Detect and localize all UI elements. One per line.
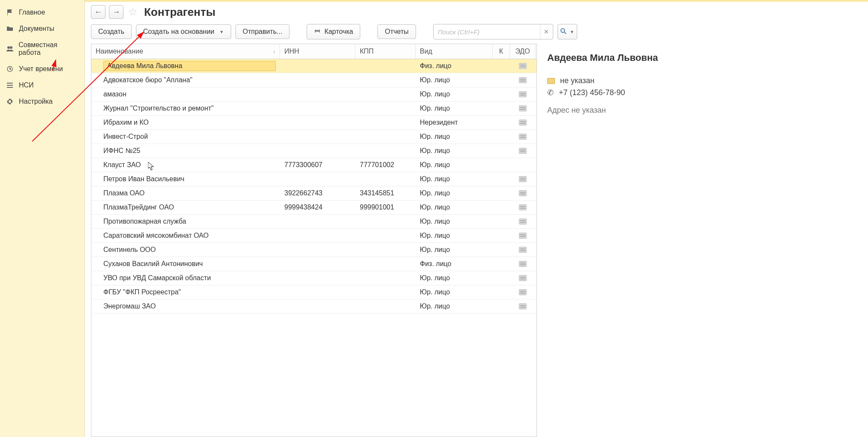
edo-icon — [519, 77, 527, 83]
svg-rect-4 — [7, 85, 13, 86]
table-row[interactable]: Инвест-СтройЮр. лицо — [91, 130, 536, 144]
card-button[interactable]: Карточка — [307, 24, 360, 39]
edo-icon — [519, 275, 527, 281]
main: ← → ☆ Контрагенты Создать Создать на осн… — [85, 0, 868, 437]
cell-edo — [510, 132, 536, 141]
cell-kpp: 343145851 — [356, 188, 416, 199]
table-row[interactable]: Ибрахим и КОНерезидент — [91, 116, 536, 130]
cell-kind: Юр. лицо — [416, 216, 493, 227]
create-button[interactable]: Создать — [91, 24, 132, 39]
search-input[interactable] — [434, 28, 540, 36]
table-row[interactable]: Саратовский мясокомбинат ОАОЮр. лицо — [91, 229, 536, 243]
sidebar-item-label: НСИ — [19, 81, 34, 89]
cell-kind: Юр. лицо — [416, 159, 493, 171]
table-row[interactable]: Суханов Василий АнтониновичФиз. лицо — [91, 257, 536, 271]
sidebar-item-settings[interactable]: Настройка — [0, 93, 84, 110]
table-row[interactable]: Плазма ОАО3922662743343145851Юр. лицо — [91, 186, 536, 201]
table-row[interactable]: Противопожарная службаЮр. лицо — [91, 215, 536, 229]
svg-point-9 — [561, 28, 565, 32]
create-based-on-button[interactable]: Создать на основании▼ — [136, 24, 231, 39]
list-icon — [6, 81, 14, 89]
cell-edo — [510, 302, 536, 311]
cell-name: Адвокатское бюро "Аплана" — [91, 75, 280, 86]
svg-rect-7 — [316, 28, 319, 30]
contractors-table: Наименование↓ ИНН КПП Вид К ЭДО Авдеева … — [91, 44, 537, 437]
cell-inn — [280, 248, 356, 251]
cell-k — [493, 149, 510, 153]
column-name[interactable]: Наименование↓ — [91, 44, 280, 59]
column-inn[interactable]: ИНН — [280, 44, 356, 59]
table-row[interactable]: Журнал "Строительство и ремонт"Юр. лицо — [91, 102, 536, 116]
flag-icon — [6, 9, 14, 16]
cell-k — [493, 290, 510, 294]
table-row[interactable]: Адвокатское бюро "Аплана"Юр. лицо — [91, 73, 536, 87]
chevron-down-icon: ▼ — [570, 30, 574, 34]
cell-k — [493, 78, 510, 82]
search-button[interactable]: ▼ — [558, 24, 577, 39]
edo-icon — [519, 105, 527, 111]
cell-name: Саратовский мясокомбинат ОАО — [91, 230, 280, 241]
cell-k — [493, 177, 510, 181]
cell-name: УВО при УВД Самарской области — [91, 272, 280, 284]
sidebar-item-documents[interactable]: Документы — [0, 21, 84, 37]
edo-icon — [519, 190, 527, 196]
cell-edo — [510, 146, 536, 156]
edo-icon — [519, 233, 527, 239]
send-button[interactable]: Отправить... — [235, 24, 290, 39]
cell-name: Клауст ЗАО — [91, 159, 280, 171]
cell-kpp — [356, 149, 416, 153]
sidebar: Главное Документы Совместная работа Учет… — [0, 0, 85, 437]
printer-icon — [314, 27, 321, 36]
phone-icon — [547, 88, 554, 97]
table-row[interactable]: ИФНС №25Юр. лицо — [91, 144, 536, 158]
cell-inn — [280, 135, 356, 138]
cell-inn — [280, 305, 356, 308]
table-row[interactable]: УВО при УВД Самарской областиЮр. лицо — [91, 271, 536, 285]
cell-kpp — [356, 78, 416, 82]
folder-icon — [6, 25, 14, 33]
table-row[interactable]: Авдеева Мила ЛьвовнаФиз. лицо — [91, 59, 536, 73]
search-icon — [561, 28, 567, 36]
search-box: ✕ — [433, 24, 553, 39]
table-row[interactable]: Клауст ЗАО7773300607777701002Юр. лицо — [91, 158, 536, 172]
cell-inn — [280, 78, 356, 82]
cell-kpp — [356, 234, 416, 237]
favorite-icon[interactable]: ☆ — [127, 6, 139, 18]
cell-inn — [280, 177, 356, 181]
cell-kind: Юр. лицо — [416, 272, 493, 284]
cell-kpp — [356, 177, 416, 181]
cell-inn — [280, 276, 356, 280]
cell-k — [493, 305, 510, 308]
back-button[interactable]: ← — [91, 5, 105, 19]
sidebar-item-nsi[interactable]: НСИ — [0, 77, 84, 93]
sidebar-item-label: Совместная работа — [18, 41, 78, 57]
column-edo[interactable]: ЭДО — [510, 44, 536, 59]
cell-inn: 3922662743 — [280, 188, 356, 199]
cell-edo — [510, 189, 536, 198]
cell-kpp — [356, 107, 416, 110]
reports-button[interactable]: Отчеты — [377, 24, 416, 39]
table-row[interactable]: Петров Иван ВасильевичЮр. лицо — [91, 172, 536, 186]
table-row[interactable]: ФГБУ "ФКП Росреестра"Юр. лицо — [91, 285, 536, 299]
sidebar-item-main[interactable]: Главное — [0, 4, 84, 21]
sidebar-item-collaboration[interactable]: Совместная работа — [0, 37, 84, 61]
cell-kind: Физ. лицо — [416, 258, 493, 269]
table-row[interactable]: Сентинель ОООЮр. лицо — [91, 243, 536, 257]
cell-name: амазон — [91, 89, 280, 100]
column-kpp[interactable]: КПП — [356, 44, 416, 59]
forward-button[interactable]: → — [109, 5, 124, 19]
details-panel: Авдеева Мила Львовна не указан +7 (123) … — [543, 44, 862, 437]
column-k[interactable]: К — [493, 44, 510, 59]
table-row[interactable]: Энергомаш ЗАОЮр. лицо — [91, 299, 536, 314]
details-title: Авдеева Мила Львовна — [547, 52, 862, 63]
table-row[interactable]: амазонЮр. лицо — [91, 87, 536, 102]
sidebar-item-time[interactable]: Учет времени — [0, 61, 84, 77]
search-clear-button[interactable]: ✕ — [540, 24, 553, 39]
cell-kind: Юр. лицо — [416, 75, 493, 86]
cell-name: Журнал "Строительство и ремонт" — [91, 103, 280, 114]
cell-kpp — [356, 121, 416, 124]
people-icon — [6, 45, 13, 53]
column-kind[interactable]: Вид — [416, 44, 493, 59]
table-row[interactable]: ПлазмаТрейдинг ОАО9999438424999901001Юр.… — [91, 201, 536, 215]
cell-edo — [510, 174, 536, 184]
